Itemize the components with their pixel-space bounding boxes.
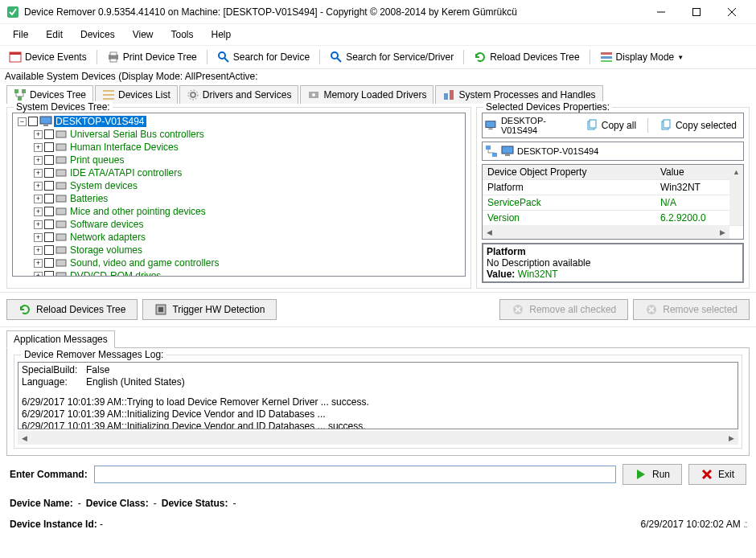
svg-point-12: [331, 52, 338, 59]
menu-help[interactable]: Help: [203, 26, 240, 43]
search-icon: [217, 51, 230, 64]
run-button[interactable]: Run: [622, 464, 682, 485]
property-row[interactable]: ServicePackN/A: [483, 195, 743, 211]
checkbox[interactable]: [44, 194, 54, 203]
tree-item[interactable]: +DVD/CD-ROM drives: [14, 269, 463, 277]
menu-tools[interactable]: Tools: [163, 26, 202, 43]
props-legend: Selected Devices Properties:: [483, 101, 612, 113]
expand-icon[interactable]: +: [34, 220, 43, 229]
device-icon: [55, 193, 68, 204]
tree-item[interactable]: +Mice and other pointing devices: [14, 205, 463, 218]
tree-item[interactable]: +System devices: [14, 179, 463, 192]
checkbox[interactable]: [44, 168, 54, 178]
expand-icon[interactable]: +: [34, 156, 43, 165]
computer-icon: [39, 116, 52, 127]
device-events-button[interactable]: Device Events: [5, 48, 91, 66]
calendar-icon: [9, 51, 22, 64]
svg-rect-27: [444, 93, 448, 100]
command-input[interactable]: [94, 466, 616, 483]
checkbox[interactable]: [28, 117, 38, 126]
svg-rect-31: [56, 131, 66, 137]
property-grid[interactable]: Device Object PropertyValue PlatformWin3…: [482, 164, 744, 240]
svg-rect-38: [56, 221, 66, 228]
search-service-button[interactable]: Search for Service/Driver: [326, 48, 458, 66]
tree-item[interactable]: +Software devices: [14, 218, 463, 231]
expand-icon[interactable]: +: [34, 130, 43, 139]
menu-devices[interactable]: Devices: [72, 26, 123, 43]
tree-root[interactable]: − DESKTOP-V01S494: [14, 115, 463, 128]
svg-line-13: [337, 58, 341, 62]
collapse-icon[interactable]: −: [18, 117, 27, 126]
print-tree-button[interactable]: Print Device Tree: [103, 48, 201, 66]
status-time: 6/29/2017 10:02:02 AM: [641, 519, 741, 530]
checkbox[interactable]: [44, 129, 54, 139]
tab-drivers-services[interactable]: Drivers and Services: [179, 85, 299, 104]
checkbox[interactable]: [44, 232, 54, 242]
resize-grip-icon[interactable]: .::: [743, 519, 746, 530]
tree-item[interactable]: +Human Interface Devices: [14, 141, 463, 154]
checkbox[interactable]: [44, 245, 54, 255]
menu-view[interactable]: View: [125, 26, 162, 43]
tree-item[interactable]: +Batteries: [14, 192, 463, 205]
command-label: Enter Command:: [10, 469, 88, 480]
title-bar: Device Remover 0.9.5354.41410 on Machine…: [0, 0, 756, 24]
tab-app-messages[interactable]: Application Messages: [6, 330, 115, 348]
checkbox[interactable]: [44, 220, 54, 229]
horizontal-scrollbar[interactable]: ◀▶: [483, 225, 729, 239]
tree-item[interactable]: +IDE ATA/ATAPI controllers: [14, 166, 463, 179]
expand-icon[interactable]: +: [34, 195, 43, 203]
tree-item[interactable]: +Sound, video and game controllers: [14, 256, 463, 269]
device-tree[interactable]: − DESKTOP-V01S494 +Universal Serial Bus …: [12, 113, 466, 277]
reload-tree-button[interactable]: Reload Devices Tree: [470, 48, 583, 66]
property-description: Platform No Description available Value:…: [482, 243, 744, 283]
props-device-name: DESKTOP-V01S494: [501, 116, 572, 135]
checkbox[interactable]: [44, 258, 54, 268]
expand-icon[interactable]: +: [34, 233, 43, 242]
expand-icon[interactable]: +: [34, 272, 43, 277]
close-button[interactable]: [714, 1, 750, 23]
window-title: Device Remover 0.9.5354.41410 on Machine…: [24, 6, 643, 18]
svg-rect-8: [110, 52, 117, 55]
expand-icon[interactable]: +: [34, 246, 43, 255]
device-icon: [55, 219, 68, 230]
trigger-hw-detection-button[interactable]: Trigger HW Detection: [142, 299, 277, 320]
display-mode-button[interactable]: Display Mode ▼: [596, 48, 688, 66]
checkbox[interactable]: [44, 207, 54, 216]
msgs-legend: Device Remover Messages Log:: [21, 349, 166, 360]
copy-all-button[interactable]: Copy all: [581, 117, 640, 134]
checkbox[interactable]: [44, 155, 54, 165]
remove-selected-button: Remove selected: [633, 299, 750, 320]
svg-rect-41: [56, 260, 66, 266]
menu-edit[interactable]: Edit: [38, 26, 71, 43]
svg-rect-40: [56, 247, 66, 253]
expand-icon[interactable]: +: [34, 169, 43, 178]
tree-item[interactable]: +Print queues: [14, 154, 463, 166]
remove-all-checked-button: Remove all checked: [499, 299, 628, 320]
property-row[interactable]: Version6.2.9200.0: [483, 211, 743, 226]
horizontal-scrollbar[interactable]: ◀▶: [18, 431, 738, 445]
expand-icon[interactable]: +: [34, 259, 43, 268]
exit-button[interactable]: Exit: [688, 464, 746, 485]
reload-devices-button[interactable]: Reload Devices Tree: [6, 299, 138, 320]
system-devices-tree-group: System Devices Tree: − DESKTOP-V01S494 +…: [6, 107, 471, 289]
tree-item[interactable]: +Universal Serial Bus controllers: [14, 128, 463, 141]
copy-selected-button[interactable]: Copy selected: [655, 117, 741, 134]
gear-icon: [307, 88, 320, 101]
tab-memory-drivers[interactable]: Memory Loaded Drivers: [300, 85, 433, 104]
vertical-scrollbar[interactable]: ▲: [729, 165, 743, 225]
property-row[interactable]: PlatformWin32NT: [483, 180, 743, 195]
props-breadcrumb[interactable]: DESKTOP-V01S494: [482, 142, 744, 161]
search-device-button[interactable]: Search for Device: [213, 48, 314, 66]
checkbox[interactable]: [44, 181, 54, 191]
checkbox[interactable]: [44, 142, 54, 152]
menu-file[interactable]: File: [5, 26, 36, 43]
tree-item[interactable]: +Network adapters: [14, 231, 463, 244]
checkbox[interactable]: [44, 271, 54, 277]
tree-item[interactable]: +Storage volumes: [14, 244, 463, 256]
expand-icon[interactable]: +: [34, 143, 43, 152]
messages-log[interactable]: SpecialBuild:False Language:English (Uni…: [18, 362, 738, 429]
expand-icon[interactable]: +: [34, 182, 43, 191]
minimize-button[interactable]: [643, 1, 679, 23]
expand-icon[interactable]: +: [34, 207, 43, 216]
maximize-button[interactable]: [679, 1, 714, 23]
